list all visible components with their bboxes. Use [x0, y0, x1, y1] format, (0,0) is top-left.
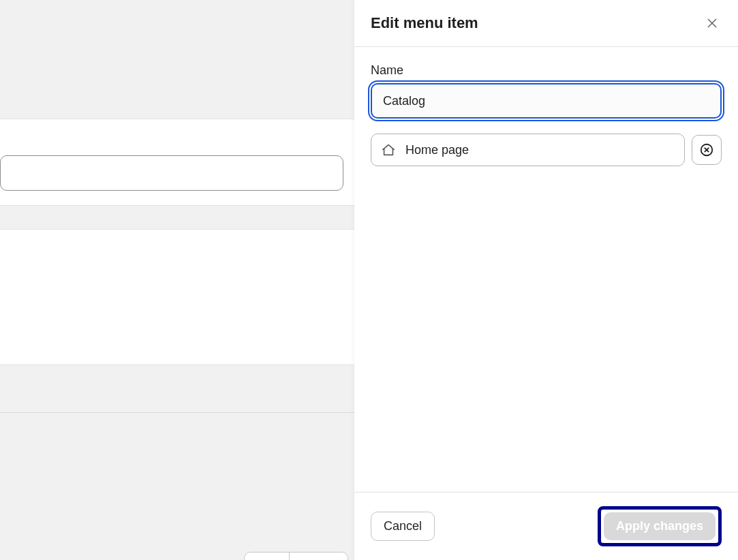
edit-menu-item-panel: Edit menu item Name Home page — [354, 0, 738, 560]
clear-icon — [699, 142, 714, 157]
apply-changes-button[interactable]: Apply changes — [604, 512, 716, 540]
home-icon — [381, 142, 396, 157]
panel-header: Edit menu item — [354, 0, 738, 47]
panel-body: Name Home page — [354, 47, 738, 492]
background-input[interactable] — [0, 155, 343, 191]
close-icon — [705, 16, 719, 30]
cancel-button[interactable]: Cancel — [371, 512, 435, 541]
background-card-2: Edit Delete — [0, 229, 354, 365]
link-select[interactable]: Home page — [371, 134, 685, 166]
clear-link-button[interactable] — [692, 135, 722, 165]
link-row: Home page — [371, 134, 722, 166]
link-label: Home page — [405, 143, 469, 157]
edit-button[interactable]: Edit — [245, 553, 290, 560]
delete-button[interactable]: Delete — [290, 553, 348, 560]
close-button[interactable] — [703, 14, 722, 33]
name-input[interactable] — [371, 83, 722, 119]
apply-highlight: Apply changes — [598, 506, 722, 546]
panel-footer: Cancel Apply changes — [354, 492, 738, 560]
name-label: Name — [371, 63, 722, 78]
item-action-group: Edit Delete — [244, 552, 348, 560]
panel-title: Edit menu item — [371, 14, 478, 32]
background-card-3 — [0, 382, 354, 413]
